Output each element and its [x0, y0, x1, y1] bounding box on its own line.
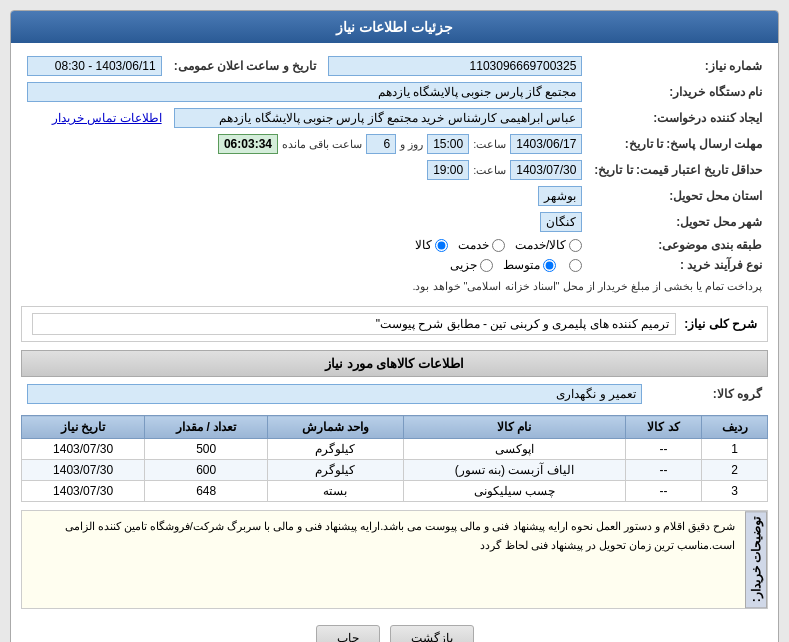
print-button[interactable]: چاپ	[316, 625, 380, 642]
province-value: بوشهر	[538, 186, 582, 206]
buyer-desc-section: توضیحات خریدار: شرح دقیق اقلام و دستور ا…	[21, 510, 768, 609]
date-time-label: تاریخ و ساعت اعلان عمومی:	[168, 53, 322, 79]
buttons-row: بازگشت چاپ	[21, 617, 768, 642]
radio-motevaset: متوسط	[503, 258, 556, 272]
needs-desc-label: شرح کلی نیاز:	[684, 317, 757, 331]
creator-label: ایجاد کننده درخواست:	[588, 105, 768, 131]
radio-kala-khadamat: کالا/خدمت	[515, 238, 582, 252]
main-container: جزئیات اطلاعات نیاز شماره نیاز: 11030966…	[10, 10, 779, 642]
goods-group-table: گروه کالا: تعمیر و نگهداری	[21, 381, 768, 407]
purchase-type-radio-group: متوسط جزیی	[450, 258, 582, 272]
col-code: کد کالا	[625, 416, 701, 439]
goods-group-label: گروه کالا:	[648, 381, 768, 407]
radio-other-input[interactable]	[569, 259, 582, 272]
radio-khadamat: خدمت	[458, 238, 505, 252]
radio-jozi: جزیی	[450, 258, 493, 272]
radio-motevaset-input[interactable]	[543, 259, 556, 272]
radio-other	[566, 259, 582, 272]
col-date: تاریخ نیاز	[22, 416, 145, 439]
expiry-time-value: 19:00	[427, 160, 469, 180]
table-row: 1--اپوکسیکیلوگرم5001403/07/30	[22, 439, 768, 460]
category-label: طبقه بندی موضوعی:	[588, 235, 768, 255]
page-title: جزئیات اطلاعات نیاز	[11, 11, 778, 43]
col-name: نام کالا	[403, 416, 625, 439]
needs-desc-section: شرح کلی نیاز: ترمیم کننده های پلیمری و ک…	[21, 306, 768, 342]
payment-note: پرداخت تمام یا بخشی از مبلغ خریدار از مح…	[27, 278, 762, 295]
needs-desc-row: شرح کلی نیاز: ترمیم کننده های پلیمری و ک…	[32, 313, 757, 335]
needs-desc-value: ترمیم کننده های پلیمری و کربنی تین - مطا…	[32, 313, 676, 335]
col-qty: تعداد / مقدار	[145, 416, 268, 439]
creator-value: عباس ابراهیمی کارشناس خرید مجتمع گاز پار…	[174, 108, 583, 128]
radio-khadamat-input[interactable]	[492, 239, 505, 252]
remaining-label: ساعت باقی مانده	[282, 138, 362, 151]
response-time-label: ساعت:	[473, 138, 506, 151]
table-row: 3--چسب سیلیکونیبسته6481403/07/30	[22, 481, 768, 502]
col-unit: واحد شمارش	[268, 416, 403, 439]
radio-jozi-label: جزیی	[450, 258, 477, 272]
goods-table: ردیف کد کالا نام کالا واحد شمارش تعداد /…	[21, 415, 768, 502]
radio-kala-khadamat-input[interactable]	[569, 239, 582, 252]
radio-motevaset-label: متوسط	[503, 258, 540, 272]
contact-link[interactable]: اطلاعات تماس خریدار	[52, 111, 162, 125]
response-time-value: 15:00	[427, 134, 469, 154]
radio-kala-label: کالا	[415, 238, 432, 252]
response-date-label: مهلت ارسال پاسخ: تا تاریخ:	[588, 131, 768, 157]
expiry-date-label: حداقل تاریخ اعتبار قیمت: تا تاریخ:	[588, 157, 768, 183]
buyer-label: نام دستگاه خریدار:	[588, 79, 768, 105]
info-table: شماره نیاز: 1103096669700325 تاریخ و ساع…	[21, 53, 768, 298]
col-row: ردیف	[702, 416, 768, 439]
radio-kala: کالا	[415, 238, 448, 252]
back-button[interactable]: بازگشت	[390, 625, 474, 642]
category-radio-group: کالا/خدمت خدمت کالا	[27, 238, 582, 252]
response-day-value: 6	[366, 134, 396, 154]
response-date-value: 1403/06/17	[510, 134, 582, 154]
city-value: کنگان	[540, 212, 582, 232]
radio-kala-khadamat-label: کالا/خدمت	[515, 238, 566, 252]
need-number-label: شماره نیاز:	[588, 53, 768, 79]
buyer-desc-value: شرح دقیق اقلام و دستور العمل نحوه ارایه …	[22, 511, 745, 608]
goods-group-value: تعمیر و نگهداری	[27, 384, 642, 404]
remaining-value: 06:03:34	[218, 134, 278, 154]
radio-khadamat-label: خدمت	[458, 238, 489, 252]
buyer-desc-label: توضیحات خریدار:	[745, 511, 767, 608]
date-time-value: 1403/06/11 - 08:30	[27, 56, 162, 76]
buyer-value: مجتمع گاز پارس جنوبی پالایشگاه یازدهم	[27, 82, 582, 102]
goods-info-title: اطلاعات کالاهای مورد نیاز	[21, 350, 768, 377]
purchase-type-label: نوع فرآیند خرید :	[588, 255, 768, 275]
city-label: شهر محل تحویل:	[588, 209, 768, 235]
radio-kala-input[interactable]	[435, 239, 448, 252]
radio-jozi-input[interactable]	[480, 259, 493, 272]
province-label: استان محل تحویل:	[588, 183, 768, 209]
content-area: شماره نیاز: 1103096669700325 تاریخ و ساع…	[11, 43, 778, 642]
expiry-time-label: ساعت:	[473, 164, 506, 177]
table-row: 2--الیاف آزبست (بنه تسور)کیلوگرم6001403/…	[22, 460, 768, 481]
need-number-value: 1103096669700325	[328, 56, 582, 76]
response-day-label: روز و	[400, 138, 423, 151]
expiry-date-value: 1403/07/30	[510, 160, 582, 180]
